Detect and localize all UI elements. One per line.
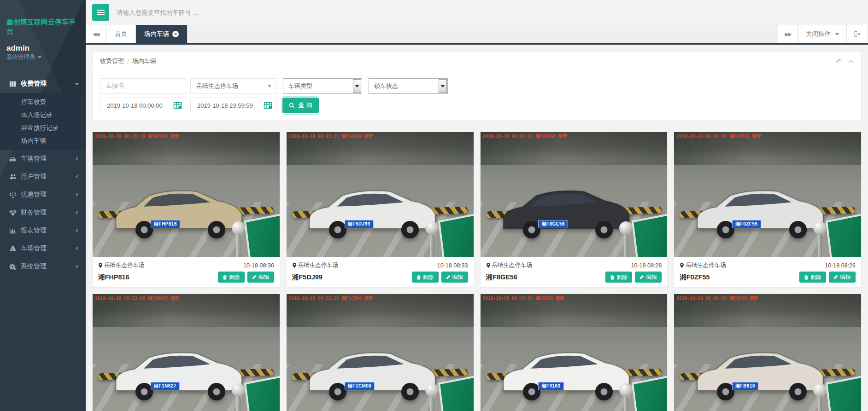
wrench-icon[interactable] bbox=[835, 58, 841, 64]
car-silhouette bbox=[691, 342, 829, 404]
edit-button[interactable]: 编辑 bbox=[829, 272, 856, 283]
collapse-panel-icon[interactable] bbox=[848, 59, 854, 64]
edit-button[interactable]: 编辑 bbox=[441, 272, 468, 283]
sidebar-item-discount-management[interactable]: 优惠管理 bbox=[0, 186, 86, 204]
sidebar-item-user-management[interactable]: 用户管理 bbox=[0, 168, 86, 186]
bollard-post bbox=[236, 395, 240, 411]
photo-osd-text: 2019-10-18 08:36:16 湘FHP816 蓝牌 bbox=[95, 133, 278, 139]
bollard-post bbox=[818, 395, 822, 411]
card-footer: 岳纸生态停车场 10-18 08:28 湘F8GE56 删除 编辑 bbox=[481, 257, 668, 287]
bollard-post bbox=[624, 233, 628, 257]
car-silhouette bbox=[110, 179, 248, 242]
vehicle-card: 2019-10-18 08:26:05 湘F0ZF55 蓝牌 湘F0ZF55 岳… bbox=[674, 132, 862, 288]
calendar-icon[interactable] bbox=[264, 102, 272, 109]
close-operations-dropdown[interactable]: 关闭操作 bbox=[798, 25, 847, 43]
sidebar-item-finance-management[interactable]: 财务管理 bbox=[0, 204, 86, 222]
bollard-post bbox=[818, 233, 822, 257]
date-to-input[interactable]: 2019-10-18 23:59:59 bbox=[190, 98, 276, 113]
main-area: ◀◀ 首页 场内车辆 ✕ ▶▶ 关闭操作 收费管理 / 场内车辆 bbox=[86, 0, 868, 411]
logout-icon[interactable] bbox=[847, 25, 868, 43]
sidebar-item-report-management[interactable]: 报表管理 bbox=[0, 222, 86, 240]
photo-osd-text: 2019-10-18 08:19:31 湘F9163 蓝牌 bbox=[483, 295, 666, 301]
vehicle-photo[interactable]: 2019-10-18 08:33:21 湘F5DJ99 蓝牌 湘F5DJ99 bbox=[287, 132, 474, 257]
delete-button[interactable]: 删除 bbox=[218, 272, 245, 283]
sidebar-item-entry-exit-records[interactable]: 出入场记录 bbox=[0, 109, 86, 122]
app-logo: 鑫创博互联网云停车平台 bbox=[0, 0, 86, 41]
vehicle-photo[interactable]: 2019-10-18 08:06:02 湘FB616 蓝牌 湘FB616 bbox=[674, 294, 861, 411]
vehicle-type-select[interactable]: 车辆类型 bbox=[283, 78, 362, 94]
trash-icon bbox=[610, 275, 615, 280]
lock-status-select[interactable]: 锁车状态 bbox=[369, 78, 448, 94]
vehicle-card: 2019-10-18 08:06:02 湘FB616 蓝牌 湘FB616 bbox=[674, 294, 862, 411]
card-time: 10-18 08:36 bbox=[243, 262, 274, 269]
user-role-menu[interactable]: 系统管理员 bbox=[0, 53, 86, 61]
tab-close-icon[interactable]: ✕ bbox=[172, 31, 179, 37]
pencil-icon bbox=[639, 275, 644, 279]
delete-button[interactable]: 删除 bbox=[799, 272, 826, 283]
tabs-scroll-left-button[interactable]: ◀◀ bbox=[86, 25, 106, 43]
delete-button[interactable]: 删除 bbox=[412, 272, 439, 283]
vehicle-photo[interactable]: 2019-10-18 08:22:11 湘F1CM08 蓝牌 湘F1CM08 bbox=[287, 294, 474, 411]
sidebar-item-vehicle-management[interactable]: 车辆管理 bbox=[0, 150, 86, 168]
sidebar-item-vehicles-in-park[interactable]: 场内车辆 bbox=[0, 134, 86, 147]
caret-down-icon bbox=[38, 56, 41, 58]
vehicle-photo[interactable]: 2019-10-18 08:23:08 湘F1N627 蓝牌 湘F1N627 bbox=[93, 294, 280, 411]
sidebar-item-system-management[interactable]: 系统管理 bbox=[0, 258, 86, 276]
vehicle-photo[interactable]: 2019-10-18 08:36:16 湘FHP816 蓝牌 湘FHP816 bbox=[93, 132, 280, 257]
vehicle-photo[interactable]: 2019-10-18 08:26:05 湘F0ZF55 蓝牌 湘F0ZF55 bbox=[674, 132, 861, 257]
photo-osd-text: 2019-10-18 08:26:05 湘F0ZF55 蓝牌 bbox=[676, 133, 859, 139]
map-pin-icon bbox=[680, 262, 684, 268]
car-silhouette bbox=[303, 342, 441, 404]
photo-license-plate: 湘F9163 bbox=[538, 382, 563, 390]
caret-down-icon bbox=[268, 85, 271, 87]
content-area: 收费管理 / 场内车辆 岳纸生态停车场 车辆类型 bbox=[86, 45, 868, 411]
map-pin-icon bbox=[486, 262, 491, 268]
sidebar-item-abnormal-release-records[interactable]: 异常放行记录 bbox=[0, 122, 86, 134]
calendar-icon[interactable] bbox=[173, 102, 182, 109]
photo-license-plate: 湘F5DJ99 bbox=[345, 220, 374, 228]
plate-filter-input[interactable] bbox=[100, 78, 186, 94]
sidebar-toggle-button[interactable] bbox=[92, 4, 109, 21]
photo-license-plate: 湘FHP816 bbox=[151, 220, 180, 228]
photo-license-plate: 湘F1N627 bbox=[151, 382, 180, 390]
tab-vehicles-in-park[interactable]: 场内车辆 ✕ bbox=[136, 25, 188, 43]
query-button[interactable]: 查 询 bbox=[282, 98, 319, 113]
date-from-input[interactable]: 2019-10-18 00:00:00 bbox=[100, 98, 186, 113]
pencil-icon bbox=[446, 275, 451, 279]
park-select[interactable]: 岳纸生态停车场 bbox=[190, 78, 276, 94]
tabs-scroll-right-button[interactable]: ▶▶ bbox=[778, 25, 798, 43]
plate-search-input[interactable] bbox=[117, 9, 356, 16]
vehicle-card: 2019-10-18 08:22:11 湘F1CM08 蓝牌 湘F1CM08 bbox=[286, 294, 474, 411]
card-location: 岳纸生态停车场 bbox=[486, 261, 533, 269]
vehicle-photo[interactable]: 2019-10-18 08:19:31 湘F9163 蓝牌 湘F9163 bbox=[481, 294, 668, 411]
card-time: 10-18 08:26 bbox=[825, 262, 856, 269]
filter-panel: 收费管理 / 场内车辆 岳纸生态停车场 车辆类型 bbox=[92, 51, 862, 121]
sidebar-item-charge-management[interactable]: 收费管理 bbox=[0, 75, 86, 93]
edit-button[interactable]: 编辑 bbox=[247, 272, 274, 283]
chevron-left-icon bbox=[75, 210, 79, 215]
vehicle-card: 2019-10-18 08:23:08 湘F1N627 蓝牌 湘F1N627 bbox=[92, 294, 280, 411]
sidebar-item-parking-charge[interactable]: 停车收费 bbox=[0, 96, 86, 109]
map-pin-icon bbox=[98, 262, 103, 268]
chevron-left-icon bbox=[75, 228, 79, 233]
card-time: 10-18 08:33 bbox=[437, 262, 468, 269]
pencil-icon bbox=[252, 275, 257, 279]
edit-button[interactable]: 编辑 bbox=[635, 272, 662, 283]
photo-osd-text: 2019-10-18 08:22:11 湘F1CM08 蓝牌 bbox=[289, 295, 472, 301]
card-footer: 岳纸生态停车场 10-18 08:26 湘F0ZF55 删除 编辑 bbox=[674, 257, 861, 287]
bollard-post bbox=[236, 233, 240, 257]
vehicle-photo[interactable]: 2019-10-18 08:28:31 湘F8GE56 蓝牌 湘F8GE56 bbox=[481, 132, 668, 257]
sidebar-item-parkinglot-management[interactable]: 车场管理 bbox=[0, 240, 86, 258]
road-icon bbox=[9, 245, 17, 252]
card-location: 岳纸生态停车场 bbox=[680, 261, 726, 269]
chevron-left-icon bbox=[75, 174, 79, 179]
breadcrumb-page: 场内车辆 bbox=[132, 57, 156, 65]
filters: 岳纸生态停车场 车辆类型 锁车状态 2019-10-18 00:00:00 bbox=[93, 71, 861, 121]
bollard-post bbox=[624, 395, 628, 411]
delete-button[interactable]: 删除 bbox=[605, 272, 632, 283]
breadcrumb-section[interactable]: 收费管理 bbox=[100, 57, 124, 65]
car-silhouette bbox=[497, 342, 635, 404]
select-dropdown-button[interactable] bbox=[439, 79, 447, 93]
tab-home[interactable]: 首页 bbox=[106, 25, 136, 43]
select-dropdown-button[interactable] bbox=[353, 79, 361, 93]
